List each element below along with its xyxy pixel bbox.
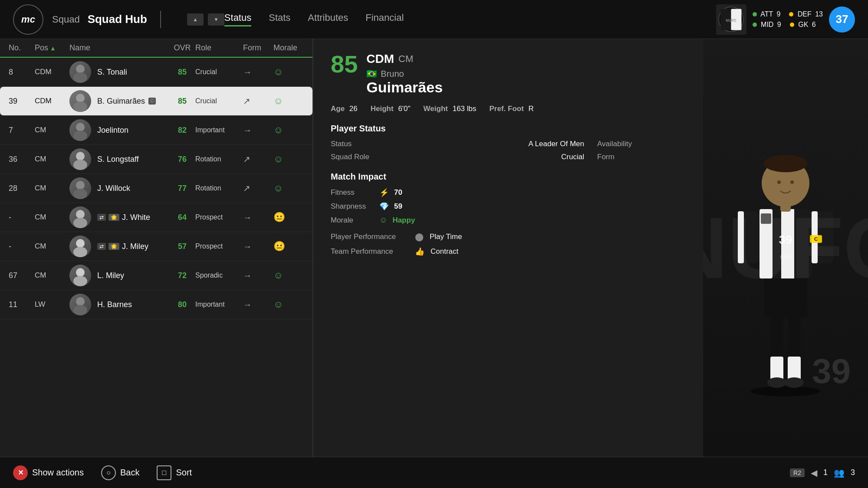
player-position: CDM: [35, 68, 69, 76]
player-ovr: 85: [169, 97, 195, 106]
col-header-pos: Pos ▲: [35, 43, 69, 52]
sort-button[interactable]: □ Sort: [157, 465, 192, 480]
svg-point-25: [73, 305, 87, 315]
notif-icon-2: ▼: [208, 13, 224, 26]
table-row[interactable]: 36 CM S. Longstaff 76 Rotation ↗ ☺: [0, 145, 312, 174]
table-row[interactable]: 7 CM Joelinton 82 Important → ☺: [0, 116, 312, 145]
show-actions-button[interactable]: ✕ Show actions: [13, 465, 84, 480]
col-header-role: Role: [195, 43, 243, 52]
svg-point-9: [73, 72, 87, 83]
player-morale: 😐: [273, 212, 304, 223]
gk-dot: [790, 23, 794, 27]
squad-hub-label: Squad Hub: [88, 13, 147, 26]
att-stat: ATT 9: [753, 10, 781, 18]
player-form: →: [243, 67, 273, 77]
detail-last-name: Guimarães: [366, 79, 443, 96]
player-morale: ☺: [273, 299, 304, 310]
loan-badge-icon: ⇄: [97, 214, 106, 221]
tab-financial[interactable]: Financial: [365, 12, 404, 26]
tab-status[interactable]: Status: [224, 12, 251, 26]
player-ovr: 64: [169, 213, 195, 222]
team-badge: NUFC: [716, 4, 746, 35]
avatar: [69, 90, 91, 112]
player-number: 7: [9, 126, 35, 135]
player-ovr: 77: [169, 184, 195, 193]
squad-role-attr: Squad Role Crucial: [331, 153, 584, 161]
squad-label: Squad: [52, 14, 80, 25]
table-row[interactable]: 67 CM L. Miley 72 Sporadic → ☺: [0, 261, 312, 290]
notif-icon-1: ▲: [187, 13, 204, 26]
x-button-icon: ✕: [13, 465, 28, 480]
player-form: →: [243, 300, 273, 310]
svg-point-20: [76, 239, 85, 248]
player-name: S. Tonali: [97, 68, 169, 77]
svg-point-44: [767, 377, 786, 388]
player-form: ↗: [243, 96, 273, 106]
player-ovr: 57: [169, 242, 195, 251]
circle-button-icon: ○: [101, 465, 116, 480]
table-row[interactable]: 11 LW H. Barnes 80 Important → ☺: [0, 290, 312, 319]
loan-badge-icon: ⇄: [97, 243, 106, 250]
overall-badge: 37: [829, 7, 855, 33]
svg-point-39: [764, 155, 807, 172]
youth-badge-icon: 🌟: [108, 243, 119, 250]
player-form: →: [243, 125, 273, 135]
player-number: 11: [9, 300, 35, 309]
svg-point-24: [76, 297, 85, 306]
player-position: CM: [35, 126, 69, 134]
svg-point-18: [76, 210, 85, 219]
header: mc Squad Squad Hub ▲ ▼ Status Stats Attr…: [0, 0, 868, 39]
player-form: →: [243, 271, 273, 281]
avatar: [69, 265, 91, 286]
bottom-right: R2 ◀ 1 👥 3: [790, 468, 855, 478]
def-stat: DEF 13: [789, 10, 823, 18]
player-ovr: 72: [169, 271, 195, 280]
squad-stats-row-2: MID 9 GK 6: [753, 21, 823, 29]
player-morale: ☺: [273, 154, 304, 165]
table-row[interactable]: 8 CDM S. Tonali 85 Crucial → ☺: [0, 58, 312, 87]
player-ovr: 85: [169, 68, 195, 77]
player-position: CM: [35, 155, 69, 164]
avatar: [69, 177, 91, 199]
detail-positions: CDM CM: [366, 52, 443, 66]
col-header-ovr: OVR: [169, 43, 195, 52]
avatar: [69, 119, 91, 141]
player-role: Crucial: [195, 68, 243, 76]
tab-attributes[interactable]: Attributes: [308, 12, 348, 26]
player-name: S. Longstaff: [97, 155, 169, 164]
player-role: Prospect: [195, 242, 243, 250]
player-name: J. Willock: [97, 184, 169, 193]
player-position: CM: [35, 184, 69, 193]
player-form: ↗: [243, 154, 273, 164]
nav-tabs: Status Stats Attributes Financial: [224, 12, 404, 26]
player-number-overlay: 39: [812, 351, 851, 391]
table-row[interactable]: 28 CM J. Willock 77 Rotation ↗ ☺: [0, 174, 312, 203]
player-name: H. Barnes: [97, 300, 169, 309]
page-nav-icon: ◀: [811, 468, 817, 478]
squad-stats: ATT 9 DEF 13 MID 9 GK 6: [753, 10, 823, 29]
player-position: CDM: [35, 97, 69, 105]
table-row[interactable]: 39 CDM B. Guimarães © 85 Crucial ↗ ☺: [0, 87, 312, 116]
captain-icon: ©: [148, 98, 156, 105]
player-role: Rotation: [195, 155, 243, 163]
table-row[interactable]: - CM ⇄ 🌟 J. Miley 57 Prospect → 😐: [0, 232, 312, 261]
fitness-icon: ⚡: [379, 188, 389, 197]
r2-badge: R2: [790, 468, 805, 477]
players-count-icon: 👥: [834, 468, 845, 478]
player-morale: 😐: [273, 241, 304, 252]
page-number: 1: [823, 468, 828, 477]
player-position: CM: [35, 213, 69, 222]
squad-stats-row-1: ATT 9 DEF 13: [753, 10, 823, 18]
app-logo: mc: [13, 4, 43, 35]
player-number: 36: [9, 155, 35, 164]
player-rows: 8 CDM S. Tonali 85 Crucial → ☺ 39 CDM: [0, 58, 312, 457]
bottom-bar: ✕ Show actions ○ Back □ Sort R2 ◀ 1 👥 3: [0, 457, 868, 488]
column-headers: No. Pos ▲ Name OVR Role Form Morale: [0, 39, 312, 58]
tab-stats[interactable]: Stats: [269, 12, 290, 26]
back-button[interactable]: ○ Back: [101, 465, 139, 480]
player-position: LW: [35, 300, 69, 309]
player-number: 67: [9, 271, 35, 280]
table-row[interactable]: - CM ⇄ 🌟 J. White 64 Prospect → 😐: [0, 203, 312, 232]
player-morale: ☺: [273, 124, 304, 136]
notification-icons: ▲ ▼: [187, 13, 224, 26]
